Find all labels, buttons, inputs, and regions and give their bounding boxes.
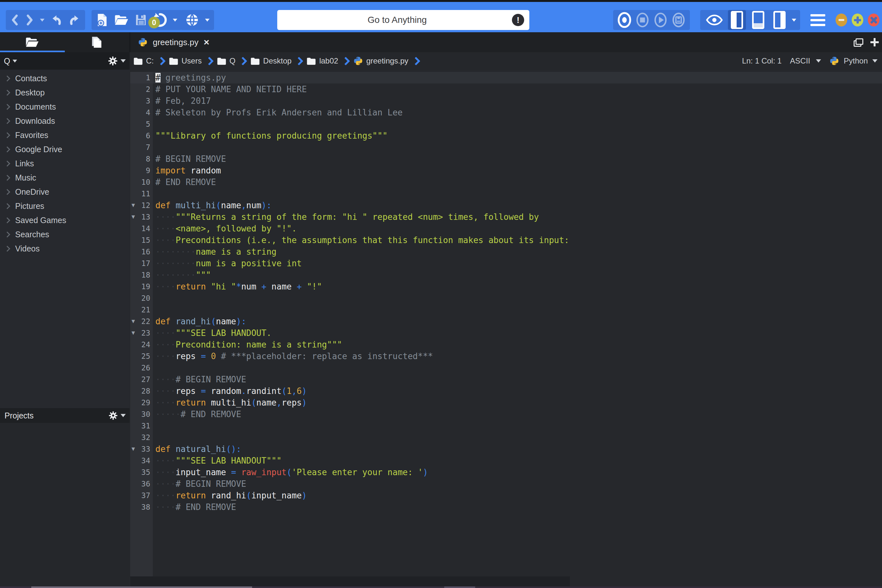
fold-marker-icon[interactable]: ▾ xyxy=(132,327,135,339)
sidebar-item-links[interactable]: Links xyxy=(0,156,130,171)
preview-eye-button[interactable] xyxy=(706,14,723,26)
macro-save-button[interactable] xyxy=(671,11,686,29)
back-button[interactable] xyxy=(10,14,20,26)
redo-button[interactable] xyxy=(68,14,81,26)
syntax-check-button[interactable]: 0 xyxy=(153,13,167,27)
expand-chevron-icon[interactable] xyxy=(4,118,10,124)
toggle-left-panel-button[interactable] xyxy=(728,10,746,30)
code-line[interactable]: ▾13····"""Returns a string of the form: … xyxy=(130,211,882,223)
browser-preview-button[interactable] xyxy=(185,13,199,27)
code-line[interactable]: 3# Feb, 2017 xyxy=(130,95,882,107)
code-line[interactable]: 8# BEGIN REMOVE xyxy=(130,153,882,165)
code-line[interactable]: 37····return rand_hi(input_name) xyxy=(130,490,882,501)
places-scope-caret[interactable] xyxy=(13,60,17,63)
encoding-selector[interactable]: ASCII xyxy=(790,56,810,66)
expand-chevron-icon[interactable] xyxy=(4,160,10,166)
language-selector[interactable]: Python xyxy=(844,56,868,66)
syntax-check-caret[interactable] xyxy=(173,19,177,22)
code-line[interactable]: 4# Skeleton by Profs Erik Andersen and L… xyxy=(130,107,882,118)
code-line[interactable]: 34····"""SEE LAB HANDOUT""" xyxy=(130,455,882,466)
sidebar-item-downloads[interactable]: Downloads xyxy=(0,114,130,128)
expand-chevron-icon[interactable] xyxy=(4,175,10,180)
sidebar-tab-files[interactable] xyxy=(64,32,129,52)
code-line[interactable]: 21 xyxy=(130,304,882,316)
expand-chevron-icon[interactable] xyxy=(4,203,10,209)
panel-layout-caret[interactable] xyxy=(792,19,796,22)
code-line[interactable]: 16········name is a string xyxy=(130,246,882,258)
code-line[interactable]: 5 xyxy=(130,118,882,130)
code-line[interactable]: ▾22def rand_hi(name): xyxy=(130,316,882,327)
projects-gear-icon[interactable] xyxy=(108,411,118,420)
breadcrumb-item-desktop[interactable]: Desktop xyxy=(250,56,291,66)
code-line[interactable]: 9import random xyxy=(130,165,882,176)
code-line[interactable]: ▾23····"""SEE LAB HANDOUT. xyxy=(130,327,882,339)
toggle-bottom-panel-button[interactable] xyxy=(749,10,767,30)
code-line[interactable]: 31 xyxy=(130,420,882,432)
sidebar-item-contacts[interactable]: Contacts xyxy=(0,71,130,86)
expand-chevron-icon[interactable] xyxy=(4,104,10,110)
new-file-button[interactable] xyxy=(96,13,108,27)
code-line[interactable]: 2# PUT YOUR NAME AND NETID HERE xyxy=(130,84,882,95)
code-line[interactable]: 26 xyxy=(130,362,882,374)
maximize-button[interactable] xyxy=(852,14,863,26)
fold-marker-icon[interactable]: ▾ xyxy=(132,211,135,223)
forward-button[interactable] xyxy=(25,14,34,26)
tab-greetings-py[interactable]: greetings.py × xyxy=(130,32,217,52)
expand-chevron-icon[interactable] xyxy=(4,231,10,237)
expand-chevron-icon[interactable] xyxy=(4,217,10,223)
sidebar-item-documents[interactable]: Documents xyxy=(0,100,130,114)
search-error-icon[interactable]: ! xyxy=(512,14,524,26)
breadcrumb-item-greetings-py[interactable]: greetings.py xyxy=(353,56,408,66)
minimize-button[interactable] xyxy=(836,14,847,26)
sidebar-item-videos[interactable]: Videos xyxy=(0,242,130,256)
expand-chevron-icon[interactable] xyxy=(4,90,10,95)
sidebar-item-searches[interactable]: Searches xyxy=(0,227,130,242)
code-line[interactable]: 38····# END REMOVE xyxy=(130,501,882,513)
code-line[interactable]: 7 xyxy=(130,141,882,153)
history-dropdown-caret[interactable] xyxy=(40,19,45,22)
sidebar-tab-places[interactable] xyxy=(0,32,64,52)
macro-record-button[interactable] xyxy=(617,11,632,29)
fold-marker-icon[interactable]: ▾ xyxy=(132,200,135,211)
breadcrumb-item-users[interactable]: Users xyxy=(169,56,202,66)
sidebar-item-pictures[interactable]: Pictures xyxy=(0,199,130,213)
go-to-anything-input[interactable] xyxy=(282,15,512,26)
split-view-icon[interactable] xyxy=(854,38,863,46)
expand-chevron-icon[interactable] xyxy=(4,146,10,152)
sidebar-item-music[interactable]: Music xyxy=(0,171,130,185)
code-line[interactable]: ▾12def multi_hi(name,num): xyxy=(130,200,882,211)
code-line[interactable]: 17········num is a positive int xyxy=(130,258,882,269)
sidebar-item-favorites[interactable]: Favorites xyxy=(0,128,130,142)
code-line[interactable]: 32 xyxy=(130,432,882,443)
sidebar-item-onedrive[interactable]: OneDrive xyxy=(0,185,130,199)
open-file-button[interactable] xyxy=(114,14,129,26)
encoding-caret[interactable] xyxy=(816,59,821,63)
code-line[interactable]: 30·····# END REMOVE xyxy=(130,408,882,420)
undo-button[interactable] xyxy=(50,14,63,26)
sidebar-item-saved-games[interactable]: Saved Games xyxy=(0,213,130,227)
code-line[interactable]: 35····input_name = raw_input('Please ent… xyxy=(130,466,882,478)
breadcrumb-item-c-[interactable]: C: xyxy=(134,56,154,66)
code-line[interactable]: 20 xyxy=(130,292,882,304)
code-line[interactable]: 19····return "hi "*num + name + "!" xyxy=(130,281,882,292)
breadcrumb-item-lab02[interactable]: lab02 xyxy=(307,56,338,66)
code-line[interactable]: 6"""Library of functions producing greet… xyxy=(130,130,882,141)
expand-chevron-icon[interactable] xyxy=(4,189,10,195)
code-line[interactable]: 18········""" xyxy=(130,269,882,281)
code-line[interactable]: 29····return multi_hi(name,reps) xyxy=(130,397,882,408)
code-line[interactable]: 28····reps = random.randint(1,6) xyxy=(130,385,882,397)
unified-menu-button[interactable] xyxy=(810,14,825,26)
horizontal-scrollbar[interactable] xyxy=(130,576,570,586)
sidebar-item-desktop[interactable]: Desktop xyxy=(0,86,130,100)
sidebar-item-google-drive[interactable]: Google Drive xyxy=(0,142,130,156)
toggle-right-panel-button[interactable] xyxy=(771,10,789,30)
places-gear-icon[interactable] xyxy=(108,56,118,66)
macro-play-button[interactable] xyxy=(653,11,668,29)
code-area[interactable]: 1# greetings.py2# PUT YOUR NAME AND NETI… xyxy=(130,72,882,513)
expand-chevron-icon[interactable] xyxy=(4,132,10,138)
tab-close-icon[interactable]: × xyxy=(204,38,210,47)
code-line[interactable]: 14····<name>, followed by "!". xyxy=(130,223,882,234)
editor-pane[interactable]: 1# greetings.py2# PUT YOUR NAME AND NETI… xyxy=(130,70,882,588)
code-line[interactable]: 24····Precondition: name is a string""" xyxy=(130,339,882,350)
breadcrumb-item-q[interactable]: Q xyxy=(217,56,236,66)
